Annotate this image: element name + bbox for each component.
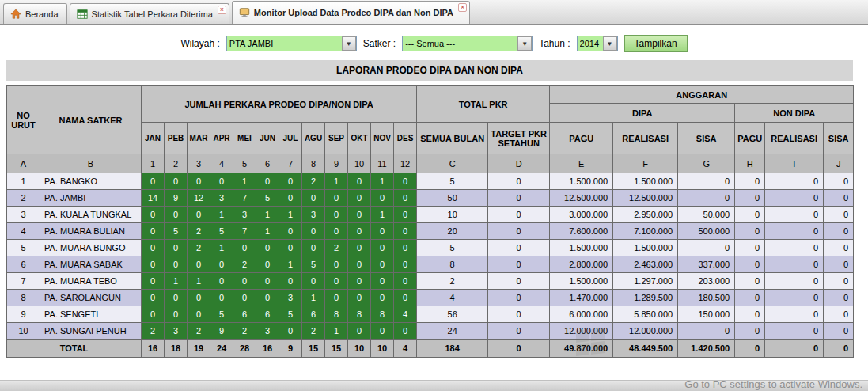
col-header-sep: SEP xyxy=(325,123,348,154)
month-value-cell: 4 xyxy=(394,306,417,323)
nondipa-realisasi-value: 0 xyxy=(765,273,824,290)
total-label: TOTAL xyxy=(7,340,142,358)
month-value-cell: 0 xyxy=(142,207,165,223)
table-row: 2PA. JAMBI1491237500000050012.500.00012.… xyxy=(7,190,854,207)
nondipa-sisa-value: 0 xyxy=(824,173,854,190)
month-value-cell: 2 xyxy=(188,323,210,340)
table-row: 4PA. MUARA BULIAN0525710000002007.600.00… xyxy=(7,223,854,240)
total-jul: 9 xyxy=(279,340,302,358)
col-header-jan: JAN xyxy=(142,123,165,154)
col-header-mei: MEI xyxy=(233,123,256,154)
month-value-cell: 0 xyxy=(233,240,256,256)
satker-select[interactable]: --- Semua --- xyxy=(402,36,533,51)
dipa-realisasi-value: 1.500.000 xyxy=(613,240,678,256)
month-value-cell: 0 xyxy=(348,290,371,306)
month-value-cell: 0 xyxy=(142,273,165,290)
total-nondipa-pagu: 0 xyxy=(735,340,765,358)
tab-label: Monitor Upload Data Prodeo DIPA dan Non … xyxy=(254,8,453,17)
row-no: 2 xyxy=(7,190,40,207)
letter-a: A xyxy=(7,154,40,173)
month-value-cell: 1 xyxy=(188,273,210,290)
month-value-cell: 0 xyxy=(165,256,188,273)
letter-d: D xyxy=(488,154,550,173)
close-icon[interactable]: × xyxy=(458,3,467,12)
row-satker: PA. MUARA BUNGO xyxy=(40,240,142,256)
row-no: 10 xyxy=(7,323,40,340)
report-section: LAPORAN PRODEO DIPA DAN NON DIPA NO URUT… xyxy=(6,60,853,358)
month-value-cell: 0 xyxy=(371,256,394,273)
col-header-mar: MAR xyxy=(188,123,210,154)
bottom-bar xyxy=(0,380,868,391)
month-value-cell: 0 xyxy=(325,290,348,306)
dipa-pagu-value: 2.800.000 xyxy=(550,256,613,273)
month-value-cell: 1 xyxy=(325,173,348,190)
col-header-dipa-sisa: SISA xyxy=(678,123,735,154)
close-icon[interactable]: × xyxy=(218,6,226,14)
letter-9: 9 xyxy=(325,154,348,173)
dipa-pagu-value: 1.500.000 xyxy=(550,273,613,290)
nondipa-pagu-value: 0 xyxy=(735,273,765,290)
dipa-sisa-value: 337.000 xyxy=(678,256,735,273)
month-value-cell: 0 xyxy=(279,190,302,207)
dipa-sisa-value: 180.500 xyxy=(678,290,735,306)
semua-bulan-value: 56 xyxy=(417,306,488,323)
tahun-select[interactable]: 2014 xyxy=(577,36,618,51)
letter-7: 7 xyxy=(279,154,302,173)
dipa-realisasi-value: 7.100.000 xyxy=(613,223,678,240)
col-header-nondipa-pagu: PAGU xyxy=(735,123,765,154)
month-value-cell: 0 xyxy=(188,207,210,223)
total-okt: 10 xyxy=(348,340,371,358)
month-value-cell: 5 xyxy=(210,306,233,323)
dipa-realisasi-value: 1.500.000 xyxy=(613,173,678,190)
month-value-cell: 1 xyxy=(256,223,279,240)
nondipa-realisasi-value: 0 xyxy=(765,207,824,223)
month-value-cell: 9 xyxy=(165,190,188,207)
month-value-cell: 0 xyxy=(210,273,233,290)
dipa-pagu-value: 1.470.000 xyxy=(550,290,613,306)
month-value-cell: 0 xyxy=(394,223,417,240)
letter-5: 5 xyxy=(233,154,256,173)
month-value-cell: 0 xyxy=(279,223,302,240)
letter-11: 11 xyxy=(371,154,394,173)
dipa-pagu-value: 7.600.000 xyxy=(550,223,613,240)
month-value-cell: 0 xyxy=(371,190,394,207)
letter-8: 8 xyxy=(302,154,325,173)
month-value-cell: 8 xyxy=(348,306,371,323)
semua-bulan-value: 5 xyxy=(417,240,488,256)
letter-10: 10 xyxy=(348,154,371,173)
filter-bar: Wilayah : PTA JAMBI Satker : --- Semua -… xyxy=(0,25,868,60)
letter-12: 12 xyxy=(394,154,417,173)
tab-beranda[interactable]: Beranda xyxy=(3,3,67,24)
nondipa-pagu-value: 0 xyxy=(735,256,765,273)
month-value-cell: 5 xyxy=(210,223,233,240)
month-value-cell: 14 xyxy=(142,190,165,207)
dipa-pagu-value: 3.000.000 xyxy=(550,207,613,223)
monitor-icon xyxy=(239,7,250,18)
nondipa-realisasi-value: 0 xyxy=(765,173,824,190)
month-value-cell: 0 xyxy=(165,173,188,190)
nondipa-pagu-value: 0 xyxy=(735,173,765,190)
month-value-cell: 0 xyxy=(394,290,417,306)
month-value-cell: 5 xyxy=(256,190,279,207)
month-value-cell: 0 xyxy=(325,223,348,240)
month-value-cell: 1 xyxy=(279,256,302,273)
report-table: NO URUT NAMA SATKER JUMLAH PERKARA PRODE… xyxy=(6,85,854,358)
total-peb: 18 xyxy=(165,340,188,358)
month-value-cell: 0 xyxy=(142,256,165,273)
month-value-cell: 0 xyxy=(256,240,279,256)
month-value-cell: 0 xyxy=(394,256,417,273)
row-no: 4 xyxy=(7,223,40,240)
col-header-dipa-realisasi: REALISASI xyxy=(613,123,678,154)
nondipa-sisa-value: 0 xyxy=(824,240,854,256)
row-satker: PA. SAROLANGUN xyxy=(40,290,142,306)
month-value-cell: 0 xyxy=(325,256,348,273)
month-value-cell: 0 xyxy=(188,173,210,190)
tab-monitor-upload-data-prodeo[interactable]: Monitor Upload Data Prodeo DIPA dan Non … xyxy=(232,1,470,24)
dipa-sisa-value: 0 xyxy=(678,323,735,340)
month-value-cell: 0 xyxy=(256,290,279,306)
tampilkan-button[interactable]: Tampilkan xyxy=(624,35,688,52)
tab-statistik-tabel-perkara-diterima[interactable]: Statistik Tabel Perkara Diterima × xyxy=(70,3,229,24)
month-value-cell: 0 xyxy=(371,290,394,306)
month-value-cell: 0 xyxy=(302,273,325,290)
wilayah-select[interactable]: PTA JAMBI xyxy=(226,36,357,51)
